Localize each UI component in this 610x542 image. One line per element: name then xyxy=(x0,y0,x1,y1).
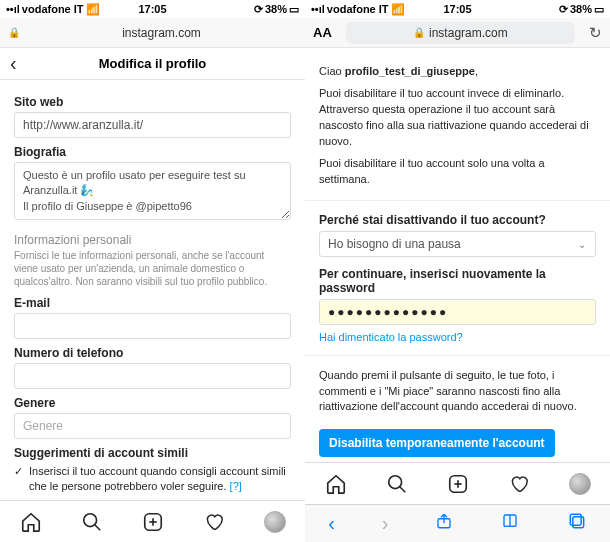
separator xyxy=(305,200,610,201)
gender-label: Genere xyxy=(14,396,291,410)
disable-account-button[interactable]: Disabilita temporaneamente l'account xyxy=(319,429,555,457)
battery-pct: 38% xyxy=(265,3,287,15)
instagram-tab-bar xyxy=(305,462,610,504)
carrier: vodafone IT xyxy=(22,3,84,15)
heart-icon[interactable] xyxy=(508,473,530,495)
add-icon[interactable] xyxy=(142,511,164,533)
personal-title: Informazioni personali xyxy=(14,233,291,247)
left-pane: ••ıl vodafone IT 📶 17:05 ⟳ 38% ▭ 🔒 insta… xyxy=(0,0,305,542)
lock-icon: 🔒 xyxy=(8,27,20,38)
email-input[interactable] xyxy=(14,313,291,339)
search-icon[interactable] xyxy=(81,511,103,533)
gender-select[interactable] xyxy=(14,413,291,439)
checkbox-icon[interactable]: ✓ xyxy=(14,464,23,479)
avatar-icon[interactable] xyxy=(569,473,591,495)
reason-select[interactable]: ⌄ xyxy=(319,231,596,257)
sync-icon: ⟳ xyxy=(559,3,568,16)
reason-label: Perché stai disattivando il tuo account? xyxy=(319,213,596,227)
svg-rect-13 xyxy=(570,514,581,525)
edit-profile-form: Sito web Biografia Informazioni personal… xyxy=(0,80,305,500)
bio-textarea[interactable] xyxy=(14,162,291,220)
address-url: instagram.com xyxy=(429,26,508,40)
signal-icon: ••ıl xyxy=(6,3,20,15)
svg-line-6 xyxy=(399,486,405,492)
similar-help-link[interactable]: [?] xyxy=(230,480,242,492)
carrier: vodafone IT xyxy=(327,3,389,15)
para-2: Puoi disabilitare il tuo account solo un… xyxy=(319,156,596,188)
search-icon[interactable] xyxy=(386,473,408,495)
bio-label: Biografia xyxy=(14,145,291,159)
time: 17:05 xyxy=(443,3,471,15)
wifi-icon: 📶 xyxy=(391,3,405,16)
back-icon[interactable]: ‹ xyxy=(328,512,335,535)
page-header: ‹ Modifica il profilo xyxy=(0,48,305,80)
disable-account-page: Ciao profilo_test_di_giuseppe, Puoi disa… xyxy=(305,48,610,462)
password-label: Per continuare, inserisci nuovamente la … xyxy=(319,267,596,295)
status-bar: ••ıl vodafone IT 📶 17:05 ⟳ 38% ▭ xyxy=(305,0,610,18)
text-size-button[interactable]: AA xyxy=(313,25,332,40)
status-bar: ••ıl vodafone IT 📶 17:05 ⟳ 38% ▭ xyxy=(0,0,305,18)
home-icon[interactable] xyxy=(325,473,347,495)
back-button[interactable]: ‹ xyxy=(10,52,17,75)
username: profilo_test_di_giuseppe xyxy=(345,65,475,77)
phone-input[interactable] xyxy=(14,363,291,389)
svg-point-0 xyxy=(83,513,96,526)
para-3: Quando premi il pulsante di seguito, le … xyxy=(319,368,596,416)
heart-icon[interactable] xyxy=(203,511,225,533)
safari-toolbar: ‹ › xyxy=(305,504,610,542)
para-1: Puoi disabilitare il tuo account invece … xyxy=(319,86,596,150)
similar-checkbox-row[interactable]: ✓ Inserisci il tuo account quando consig… xyxy=(14,464,291,494)
forward-icon: › xyxy=(382,512,389,535)
battery-pct: 38% xyxy=(570,3,592,15)
avatar-icon[interactable] xyxy=(264,511,286,533)
lock-icon: 🔒 xyxy=(413,27,425,38)
svg-line-1 xyxy=(94,524,100,530)
bookmarks-icon[interactable] xyxy=(500,512,520,535)
address-url: instagram.com xyxy=(26,26,297,40)
add-icon[interactable] xyxy=(447,473,469,495)
url-box[interactable]: 🔒 instagram.com xyxy=(346,22,575,44)
right-pane: ••ıl vodafone IT 📶 17:05 ⟳ 38% ▭ AA 🔒 in… xyxy=(305,0,610,542)
browser-nav: 🔒 instagram.com xyxy=(0,18,305,48)
website-label: Sito web xyxy=(14,95,291,109)
phone-label: Numero di telefono xyxy=(14,346,291,360)
share-icon[interactable] xyxy=(435,511,453,536)
chevron-down-icon: ⌄ xyxy=(578,238,586,249)
sync-icon: ⟳ xyxy=(254,3,263,16)
time: 17:05 xyxy=(138,3,166,15)
instagram-tab-bar xyxy=(0,500,305,542)
battery-icon: ▭ xyxy=(594,3,604,16)
email-label: E-mail xyxy=(14,296,291,310)
wifi-icon: 📶 xyxy=(86,3,100,16)
website-input[interactable] xyxy=(14,112,291,138)
svg-point-5 xyxy=(388,475,401,488)
tabs-icon[interactable] xyxy=(567,511,587,536)
safari-nav: AA 🔒 instagram.com ↻ xyxy=(305,18,610,48)
similar-title: Suggerimenti di account simili xyxy=(14,446,291,460)
svg-rect-12 xyxy=(572,517,583,528)
forgot-password-link[interactable]: Hai dimenticato la password? xyxy=(319,331,463,343)
password-input[interactable]: ●●●●●●●●●●●●● xyxy=(319,299,596,325)
signal-icon: ••ıl xyxy=(311,3,325,15)
home-icon[interactable] xyxy=(20,511,42,533)
separator xyxy=(305,355,610,356)
page-title: Modifica il profilo xyxy=(99,56,207,71)
greeting: Ciao profilo_test_di_giuseppe, xyxy=(319,64,596,80)
similar-text: Inserisci il tuo account quando consigli… xyxy=(29,465,286,492)
battery-icon: ▭ xyxy=(289,3,299,16)
refresh-button[interactable]: ↻ xyxy=(589,24,602,42)
personal-hint: Fornisci le tue informazioni personali, … xyxy=(14,249,291,288)
